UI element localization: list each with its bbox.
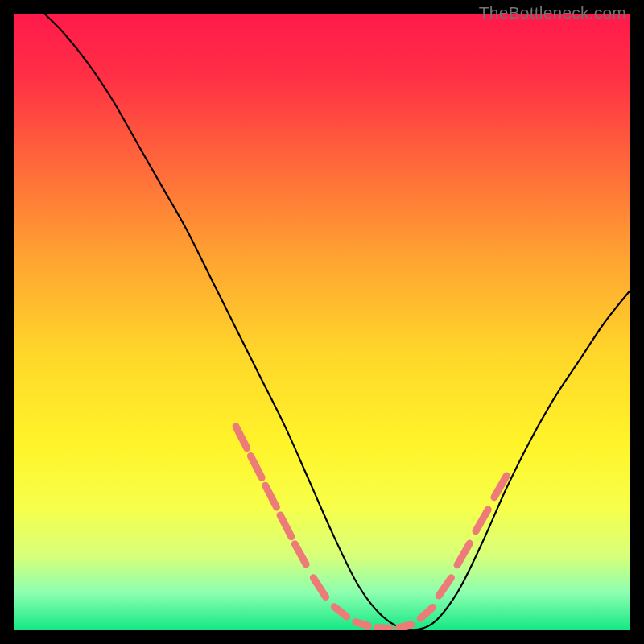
marker-dash xyxy=(356,622,368,626)
chart-frame xyxy=(14,14,630,630)
marker-dash xyxy=(399,625,411,628)
watermark-text: TheBottleneck.com xyxy=(479,3,626,23)
chart-svg xyxy=(14,14,630,630)
marker-dash xyxy=(378,628,390,629)
gradient-background xyxy=(14,14,630,630)
